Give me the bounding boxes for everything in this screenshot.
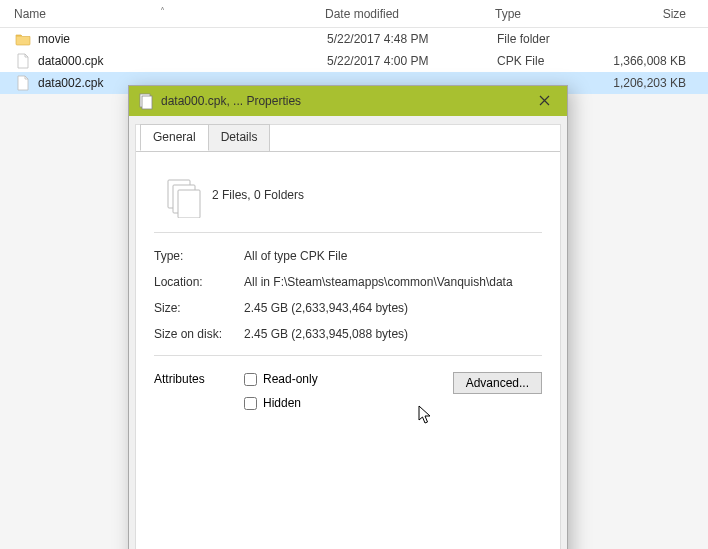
files-stack-icon <box>137 92 155 110</box>
sizeondisk-value: 2.45 GB (2,633,945,088 bytes) <box>244 327 542 341</box>
column-header-type[interactable]: Type <box>495 7 600 21</box>
svg-rect-1 <box>142 96 152 109</box>
properties-dialog: data000.cpk, ... Properties General Deta… <box>128 85 568 549</box>
dialog-title: data000.cpk, ... Properties <box>161 94 522 108</box>
sizeondisk-label: Size on disk: <box>154 327 244 341</box>
location-value: All in F:\Steam\steamapps\common\Vanquis… <box>244 275 542 289</box>
dialog-body: General Details 2 Files, 0 Folders Type:… <box>135 124 561 549</box>
hidden-checkbox-row[interactable]: Hidden <box>244 396 453 410</box>
summary-row: 2 Files, 0 Folders <box>154 170 542 224</box>
file-icon <box>14 52 32 70</box>
svg-rect-4 <box>178 190 200 218</box>
location-label: Location: <box>154 275 244 289</box>
size-label: Size: <box>154 301 244 315</box>
file-list: Name ˄ Date modified Type Size movie 5/2… <box>0 0 708 94</box>
advanced-button[interactable]: Advanced... <box>453 372 542 394</box>
readonly-label: Read-only <box>263 372 318 386</box>
titlebar[interactable]: data000.cpk, ... Properties <box>129 86 567 116</box>
list-header: Name ˄ Date modified Type Size <box>0 0 708 28</box>
file-size: 1,206,203 KB <box>602 76 708 90</box>
sort-ascending-icon: ˄ <box>160 6 165 17</box>
hidden-label: Hidden <box>263 396 301 410</box>
tab-content-general: 2 Files, 0 Folders Type: All of type CPK… <box>136 151 560 549</box>
header-label: Name <box>14 7 46 21</box>
type-label: Type: <box>154 249 244 263</box>
size-value: 2.45 GB (2,633,943,464 bytes) <box>244 301 542 315</box>
tab-general[interactable]: General <box>140 124 209 151</box>
file-date: 5/22/2017 4:48 PM <box>327 32 497 46</box>
attribute-checks: Read-only Hidden <box>244 372 453 420</box>
attributes-row: Attributes Read-only Hidden Advanced... <box>154 366 542 420</box>
type-value: All of type CPK File <box>244 249 542 263</box>
type-row: Type: All of type CPK File <box>154 243 542 269</box>
tab-details[interactable]: Details <box>208 124 271 151</box>
file-size: 1,366,008 KB <box>602 54 708 68</box>
column-header-date[interactable]: Date modified <box>325 7 495 21</box>
hidden-checkbox[interactable] <box>244 397 257 410</box>
close-button[interactable] <box>522 86 567 116</box>
folder-icon <box>14 30 32 48</box>
summary-text: 2 Files, 0 Folders <box>212 176 542 202</box>
file-type: File folder <box>497 32 602 46</box>
readonly-checkbox-row[interactable]: Read-only <box>244 372 453 386</box>
files-stack-icon <box>154 176 212 218</box>
divider <box>154 232 542 233</box>
sizeondisk-row: Size on disk: 2.45 GB (2,633,945,088 byt… <box>154 321 542 347</box>
close-icon <box>539 93 550 109</box>
file-icon <box>14 74 32 92</box>
attributes-label: Attributes <box>154 372 244 386</box>
file-date: 5/22/2017 4:00 PM <box>327 54 497 68</box>
tabs: General Details <box>136 124 560 151</box>
file-type: CPK File <box>497 54 602 68</box>
divider <box>154 355 542 356</box>
file-row[interactable]: movie 5/22/2017 4:48 PM File folder <box>0 28 708 50</box>
column-header-size[interactable]: Size <box>600 7 708 21</box>
file-row[interactable]: data000.cpk 5/22/2017 4:00 PM CPK File 1… <box>0 50 708 72</box>
file-name: movie <box>38 32 327 46</box>
file-name: data000.cpk <box>38 54 327 68</box>
readonly-checkbox[interactable] <box>244 373 257 386</box>
column-header-name[interactable]: Name ˄ <box>0 7 325 21</box>
location-row: Location: All in F:\Steam\steamapps\comm… <box>154 269 542 295</box>
size-row: Size: 2.45 GB (2,633,943,464 bytes) <box>154 295 542 321</box>
